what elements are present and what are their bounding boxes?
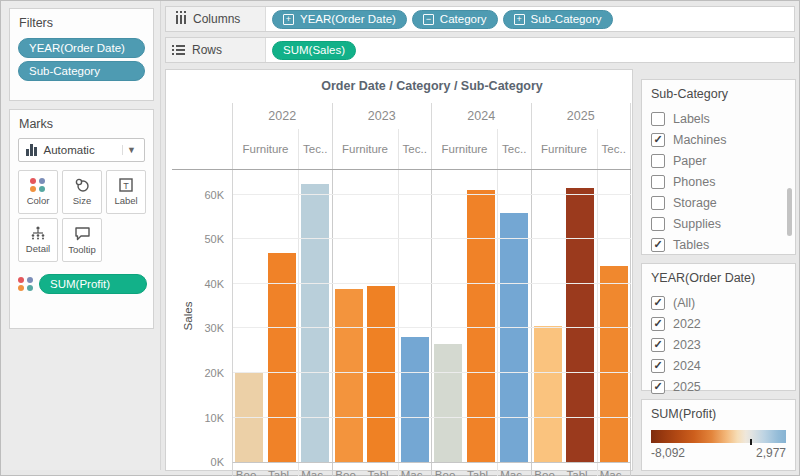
shelf-pill-sum-sales-[interactable]: SUM(Sales) (272, 41, 356, 60)
y-tick-30K: 30K (204, 322, 224, 334)
bar-slot (432, 170, 465, 462)
y-axis: Sales 0K10K20K30K40K50K60K (166, 170, 232, 462)
subcategory-item-paper[interactable]: Paper (651, 150, 795, 171)
mark-type-dropdown[interactable]: Automatic ▼ (18, 138, 145, 162)
y-tick-50K: 50K (204, 233, 224, 245)
bar-2025-Boo[interactable] (534, 326, 562, 462)
check-label: Storage (673, 196, 717, 210)
x-label-pane: Mac.. (299, 463, 332, 476)
chevron-down-icon[interactable]: ▼ (122, 145, 140, 155)
tooltip-icon (74, 226, 91, 241)
subcategory-item-phones[interactable]: Phones (651, 171, 795, 192)
mark-type-value: Automatic (44, 144, 123, 156)
year-item-2022[interactable]: ✓2022 (651, 313, 795, 334)
bar-slot (333, 170, 366, 462)
subcategory-item-tables[interactable]: ✓Tables (651, 234, 795, 255)
collapse-icon[interactable]: − (423, 14, 434, 25)
svg-text:T: T (123, 181, 129, 191)
x-label-2022-Tabl: Tabl.. (266, 463, 299, 476)
label-button[interactable]: T Label (106, 170, 146, 214)
rows-shelf-label: Rows (166, 38, 266, 62)
rows-icon (176, 45, 185, 55)
gridline-10K (233, 417, 631, 418)
checkbox-checked[interactable]: ✓ (651, 359, 665, 373)
checkbox-checked[interactable]: ✓ (651, 317, 665, 331)
sum-profit-pill[interactable]: SUM(Profit) (39, 274, 147, 294)
category-header-furniture: Furniture (233, 129, 299, 169)
subcategory-item-supplies[interactable]: Supplies (651, 213, 795, 234)
detail-button[interactable]: Detail (18, 218, 58, 262)
profit-color-gradient[interactable] (651, 430, 786, 443)
category-header-furniture: Furniture (333, 129, 399, 169)
bar-2024-Mac[interactable] (500, 213, 528, 462)
profit-gradient-labels: -8,092 2,977 (651, 446, 786, 460)
subcategory-filter-title: Sub-Category (642, 80, 795, 106)
bar-slot (266, 170, 299, 462)
pane-2023-furniture (333, 170, 399, 462)
check-label: 2025 (673, 380, 701, 394)
check-label: Labels (673, 112, 710, 126)
y-tick-10K: 10K (204, 412, 224, 424)
checkbox-unchecked[interactable] (651, 217, 665, 231)
year-filter-card: YEAR(Order Date) ✓(All)✓2022✓2023✓2024✓2… (641, 263, 796, 391)
pill-label: YEAR(Order Date) (300, 13, 396, 25)
subcategory-item-labels[interactable]: Labels (651, 108, 795, 129)
bar-2024-Boo[interactable] (434, 344, 462, 462)
color-button[interactable]: Color (18, 170, 58, 214)
shelf-pill-sub-category[interactable]: +Sub-Category (503, 10, 613, 29)
subcategory-item-machines[interactable]: ✓Machines (651, 129, 795, 150)
checkbox-unchecked[interactable] (651, 175, 665, 189)
bar-2023-Tabl[interactable] (367, 286, 395, 462)
x-label-2025-Boo: Boo.. (532, 463, 565, 476)
check-label: 2023 (673, 338, 701, 352)
checkbox-checked[interactable]: ✓ (651, 380, 665, 394)
subcategory-filter-card: Sub-Category Labels✓MachinesPaperPhonesS… (641, 79, 796, 255)
shelf-pill-category[interactable]: −Category (412, 10, 498, 29)
gridline-20K (233, 372, 631, 373)
detail-icon (30, 226, 46, 240)
checkbox-unchecked[interactable] (651, 196, 665, 210)
subcategory-item-storage[interactable]: Storage (651, 192, 795, 213)
gridline-40K (233, 283, 631, 284)
checkbox-checked[interactable]: ✓ (651, 338, 665, 352)
bar-2025-Mac[interactable] (600, 266, 628, 462)
y-axis-title: Sales (182, 302, 194, 331)
checkbox-unchecked[interactable] (651, 154, 665, 168)
expand-icon[interactable]: + (283, 14, 294, 25)
shelf-pill-year-order-date-[interactable]: +YEAR(Order Date) (272, 10, 407, 29)
year-header-2023: 2023 (333, 103, 433, 129)
year-item-2023[interactable]: ✓2023 (651, 334, 795, 355)
size-button[interactable]: Size (62, 170, 102, 214)
chart-title: Order Date / Category / Sub-Category (232, 79, 632, 93)
gridline-30K (233, 327, 631, 328)
checkbox-checked[interactable]: ✓ (651, 133, 665, 147)
checkbox-checked[interactable]: ✓ (651, 296, 665, 310)
pane-2024-furniture (432, 170, 498, 462)
checkbox-checked[interactable]: ✓ (651, 238, 665, 252)
year-item-2024[interactable]: ✓2024 (651, 355, 795, 376)
scrollbar[interactable] (787, 188, 792, 236)
color-button-label: Color (27, 195, 50, 206)
y-tick-40K: 40K (204, 278, 224, 290)
bar-2023-Mac[interactable] (401, 337, 429, 462)
year-item-2025[interactable]: ✓2025 (651, 376, 795, 397)
gridline-50K (233, 238, 631, 239)
filter-pill-year-order-date[interactable]: YEAR(Order Date) (18, 38, 145, 58)
bar-2025-Tabl[interactable] (566, 188, 594, 462)
year-header-2025: 2025 (532, 103, 632, 129)
category-header-technology: Tec.. (598, 129, 631, 169)
bar-2022-Tabl[interactable] (268, 253, 296, 462)
filter-pill-sub-category[interactable]: Sub-Category (18, 61, 145, 81)
year-filter-title: YEAR(Order Date) (642, 264, 795, 290)
tooltip-button[interactable]: Tooltip (62, 218, 102, 262)
bar-2024-Tabl[interactable] (467, 190, 495, 462)
bar-2023-Boo[interactable] (335, 289, 363, 462)
checkbox-unchecked[interactable] (651, 112, 665, 126)
x-label-pane: Boo..Tabl.. (432, 463, 498, 476)
expand-icon[interactable]: + (514, 14, 525, 25)
x-label-pane: Mac.. (598, 463, 631, 476)
year-item--all-[interactable]: ✓(All) (651, 292, 795, 313)
bar-2022-Mac[interactable] (301, 184, 329, 462)
x-label-group-2025: Boo..Tabl..Mac.. (532, 463, 632, 476)
size-icon (74, 178, 90, 192)
